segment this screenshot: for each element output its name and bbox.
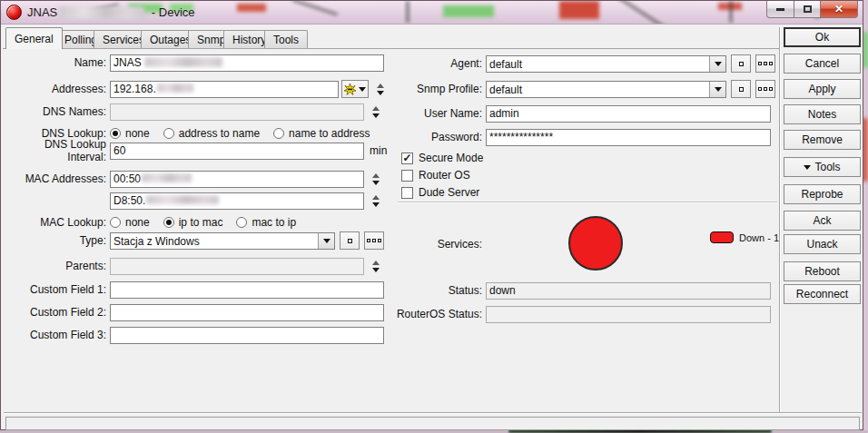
reboot-button[interactable]: Reboot bbox=[784, 261, 861, 281]
squares-icon bbox=[769, 62, 773, 65]
tab-tools[interactable]: Tools bbox=[264, 30, 308, 48]
agent-combobox[interactable]: default bbox=[486, 55, 726, 73]
password-input[interactable] bbox=[486, 129, 771, 146]
spin-down-icon bbox=[372, 181, 380, 185]
tools-button[interactable]: Tools bbox=[784, 157, 861, 177]
parents-spinner[interactable] bbox=[370, 258, 382, 275]
custom-field-2-label: Custom Field 2: bbox=[8, 306, 110, 319]
dns-lookup-interval-label: DNS Lookup Interval: bbox=[8, 138, 110, 163]
snmp-profile-list-button[interactable] bbox=[755, 80, 775, 98]
tab-strip: General Polling Services Outages Snmp Hi… bbox=[1, 27, 779, 49]
mac-addresses-label: MAC Addresses: bbox=[8, 172, 110, 185]
device-dialog-window: JNAS - Device ✕ General Polling Services… bbox=[0, 0, 863, 430]
mac-lookup-option-ip-to-mac[interactable]: ip to mac bbox=[163, 216, 223, 229]
routeros-status-value bbox=[486, 306, 771, 323]
agent-open-button[interactable] bbox=[731, 54, 751, 73]
mac-lookup-label: MAC Lookup: bbox=[8, 216, 110, 229]
checkbox-unchecked-icon bbox=[401, 170, 413, 182]
unack-button[interactable]: Unack bbox=[784, 234, 861, 254]
routeros-status-row: RouterOS Status: bbox=[391, 305, 771, 323]
tools-button-label: Tools bbox=[814, 161, 840, 173]
type-value: Stacja z Windows bbox=[111, 233, 318, 249]
reboot-button-label: Reboot bbox=[804, 265, 840, 278]
squares-icon bbox=[764, 62, 767, 65]
notes-button[interactable]: Notes bbox=[784, 104, 861, 124]
ok-button[interactable]: Ok bbox=[784, 27, 861, 47]
user-name-row: User Name: bbox=[391, 104, 771, 123]
map-link-line bbox=[292, 1, 338, 15]
reconnect-button[interactable]: Reconnect bbox=[784, 284, 861, 304]
dns-names-row: DNS Names: bbox=[8, 103, 382, 121]
maximize-button[interactable] bbox=[794, 1, 820, 18]
mac-address-spinner-1[interactable] bbox=[370, 171, 382, 188]
device-sphere-icon bbox=[6, 5, 22, 20]
dns-lookup-option-name-to-address[interactable]: name to address bbox=[273, 127, 370, 140]
custom-field-2-input[interactable] bbox=[110, 304, 384, 321]
mac-lookup-option-mac-to-ip[interactable]: mac to ip bbox=[236, 216, 296, 229]
notes-button-label: Notes bbox=[808, 108, 836, 121]
type-open-button[interactable] bbox=[340, 231, 360, 250]
tab-general[interactable]: General bbox=[5, 27, 63, 49]
parents-input bbox=[110, 258, 364, 275]
ack-button[interactable]: Ack bbox=[784, 211, 861, 231]
ack-button-label: Ack bbox=[813, 214, 831, 227]
type-combobox[interactable]: Stacja z Windows bbox=[110, 232, 335, 250]
router-os-label: Router OS bbox=[419, 169, 470, 182]
window-titlebar[interactable]: JNAS - Device ✕ bbox=[1, 1, 863, 25]
dns-names-spinner[interactable] bbox=[370, 103, 382, 121]
squares-icon bbox=[758, 87, 762, 91]
mac-addresses-row: MAC Addresses: bbox=[8, 170, 382, 188]
apply-button[interactable]: Apply bbox=[784, 79, 861, 99]
password-label: Password: bbox=[391, 131, 486, 143]
user-name-input[interactable] bbox=[486, 105, 771, 123]
snmp-profile-dropdown-button[interactable] bbox=[709, 82, 725, 97]
tools-dropdown-icon bbox=[804, 165, 811, 170]
square-icon bbox=[739, 62, 744, 66]
type-dropdown-button[interactable] bbox=[318, 233, 334, 249]
agent-value: default bbox=[487, 56, 709, 72]
remove-button[interactable]: Remove bbox=[784, 130, 861, 150]
dns-lookup-option-none[interactable]: none bbox=[110, 127, 150, 140]
squares-icon bbox=[378, 239, 381, 242]
interval-unit-label: min bbox=[370, 144, 387, 157]
addresses-row: Addresses: bbox=[8, 80, 387, 98]
minimize-button[interactable] bbox=[766, 1, 794, 18]
custom-field-1-input[interactable] bbox=[110, 281, 384, 299]
dude-server-checkbox-row[interactable]: Dude Server bbox=[401, 185, 479, 200]
addresses-spinner[interactable] bbox=[374, 81, 387, 98]
mac-lookup-option-none[interactable]: none bbox=[110, 216, 150, 229]
radio-icon bbox=[236, 217, 247, 228]
addresses-input[interactable] bbox=[110, 81, 339, 98]
custom-field-1-label: Custom Field 1: bbox=[8, 283, 110, 296]
close-button[interactable]: ✕ bbox=[820, 1, 858, 18]
snmp-profile-combobox[interactable]: default bbox=[486, 81, 726, 98]
radio-label: none bbox=[125, 216, 150, 229]
remove-button-label: Remove bbox=[802, 133, 843, 146]
custom-field-3-input[interactable] bbox=[110, 327, 384, 344]
mac1-redaction bbox=[142, 173, 192, 182]
dns-lookup-interval-input[interactable] bbox=[110, 143, 364, 160]
agent-dropdown-button[interactable] bbox=[709, 56, 725, 72]
tab-baseline bbox=[3, 48, 779, 49]
address-options-button[interactable] bbox=[341, 80, 369, 98]
map-link-line bbox=[606, 1, 672, 25]
dns-lookup-option-address-to-name[interactable]: address to name bbox=[163, 127, 260, 140]
agent-label: Agent: bbox=[391, 57, 486, 70]
radio-label: ip to mac bbox=[179, 216, 223, 229]
snmp-profile-open-button[interactable] bbox=[731, 80, 751, 98]
type-list-button[interactable] bbox=[364, 231, 384, 250]
radio-icon bbox=[163, 128, 174, 139]
square-icon bbox=[739, 87, 744, 92]
unack-button-label: Unack bbox=[806, 238, 837, 251]
dns-lookup-interval-row: DNS Lookup Interval: min bbox=[8, 142, 387, 160]
services-row: Services: bbox=[391, 235, 486, 253]
secure-mode-label: Secure Mode bbox=[419, 152, 483, 164]
mac-address-spinner-2[interactable] bbox=[370, 192, 382, 210]
router-os-checkbox-row[interactable]: Router OS bbox=[401, 168, 470, 182]
secure-mode-checkbox-row[interactable]: ✓ Secure Mode bbox=[401, 151, 483, 165]
spin-up-icon bbox=[377, 84, 384, 88]
checkbox-checked-icon: ✓ bbox=[401, 153, 413, 164]
agent-list-button[interactable] bbox=[755, 54, 775, 73]
cancel-button[interactable]: Cancel bbox=[784, 54, 861, 74]
reprobe-button[interactable]: Reprobe bbox=[784, 184, 861, 204]
